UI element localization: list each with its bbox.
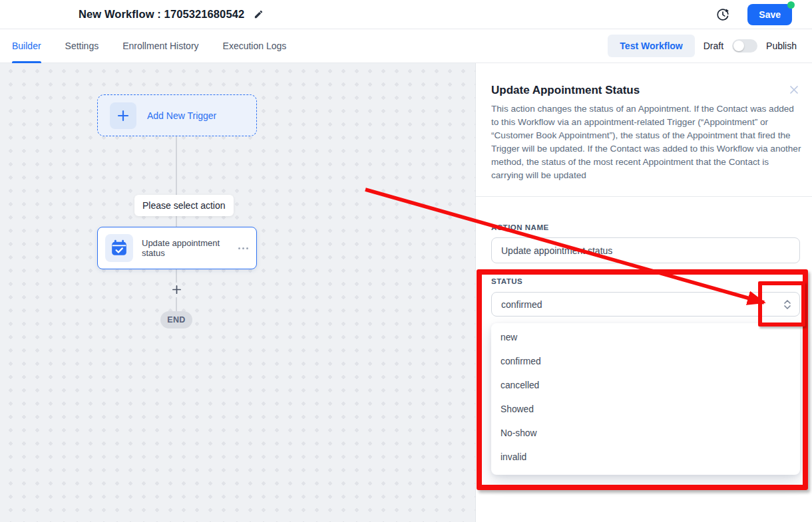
draft-label: Draft xyxy=(704,41,723,51)
add-new-trigger-node[interactable]: Add New Trigger xyxy=(97,94,257,136)
connector-line xyxy=(176,297,177,312)
edit-title-button[interactable] xyxy=(254,9,264,19)
top-bar: New Workflow : 1705321680542 Save xyxy=(0,0,812,29)
unsaved-changes-dot xyxy=(787,1,795,9)
history-clock-icon xyxy=(715,7,730,22)
tab-bar: Builder Settings Enrollment History Exec… xyxy=(0,29,812,63)
tab-execution-logs[interactable]: Execution Logs xyxy=(223,29,287,63)
update-appointment-status-node[interactable]: Update appointment status xyxy=(97,227,257,269)
plus-chip xyxy=(110,102,136,129)
save-button[interactable]: Save xyxy=(747,4,792,25)
dropdown-option-showed[interactable]: Showed xyxy=(491,397,800,421)
page-title: New Workflow : 1705321680542 xyxy=(79,8,244,21)
action-settings-panel: Update Appointment Status This action ch… xyxy=(476,63,812,522)
tab-bar-actions: Test Workflow Draft Publish xyxy=(608,35,797,57)
publish-label: Publish xyxy=(766,41,797,51)
tab-label: Enrollment History xyxy=(122,41,198,51)
workflow-canvas[interactable]: Add New Trigger Please select action Upd… xyxy=(0,63,476,522)
dropdown-option-confirmed[interactable]: confirmed xyxy=(491,349,800,373)
version-history-button[interactable] xyxy=(715,7,730,22)
action-name-label: ACTION NAME xyxy=(491,223,549,231)
dropdown-option-invalid[interactable]: invalid xyxy=(491,445,800,469)
action-name-input[interactable] xyxy=(491,237,800,263)
tab-label: Builder xyxy=(12,41,41,51)
main-area: Add New Trigger Please select action Upd… xyxy=(0,63,812,522)
status-label: STATUS xyxy=(491,277,522,285)
dropdown-option-new[interactable]: new xyxy=(491,325,800,349)
node-menu-kebab-icon[interactable] xyxy=(237,245,250,252)
toggle-knob xyxy=(733,41,744,51)
top-bar-actions: Save xyxy=(715,4,792,25)
save-button-label: Save xyxy=(759,9,781,20)
workflow-title-wrap: New Workflow : 1705321680542 xyxy=(79,8,264,21)
calendar-check-icon xyxy=(110,239,128,257)
dropdown-option-no-show[interactable]: No-show xyxy=(491,421,800,445)
workflow-builder-app: New Workflow : 1705321680542 Save xyxy=(0,0,812,522)
status-select[interactable]: confirmed xyxy=(491,292,800,317)
plus-icon xyxy=(117,110,129,122)
close-panel-button[interactable] xyxy=(789,84,799,95)
tab-enrollment-history[interactable]: Enrollment History xyxy=(122,29,198,63)
status-select-value: confirmed xyxy=(501,299,783,310)
pencil-icon xyxy=(254,9,264,19)
publish-toggle[interactable] xyxy=(732,39,757,53)
tab-builder[interactable]: Builder xyxy=(12,29,41,63)
node-icon-wrap xyxy=(105,234,133,262)
tab-settings[interactable]: Settings xyxy=(65,29,99,63)
add-step-button[interactable] xyxy=(168,281,184,297)
test-workflow-button[interactable]: Test Workflow xyxy=(608,35,694,57)
node-label: Update appointment status xyxy=(142,238,237,258)
end-marker: END xyxy=(160,311,192,328)
select-action-tooltip: Please select action xyxy=(134,195,234,216)
plus-icon xyxy=(172,285,182,295)
divider xyxy=(476,196,812,197)
chevron-up-down-icon xyxy=(783,299,791,310)
dropdown-option-cancelled[interactable]: cancelled xyxy=(491,373,800,397)
trigger-label: Add New Trigger xyxy=(147,110,216,121)
connector-line xyxy=(176,269,177,283)
tab-label: Execution Logs xyxy=(223,41,287,51)
panel-description: This action changes the status of an App… xyxy=(491,102,803,182)
panel-title: Update Appointment Status xyxy=(491,84,640,97)
status-dropdown: new confirmed cancelled Showed No-show i… xyxy=(491,323,800,475)
close-icon xyxy=(789,84,799,95)
tab-label: Settings xyxy=(65,41,99,51)
